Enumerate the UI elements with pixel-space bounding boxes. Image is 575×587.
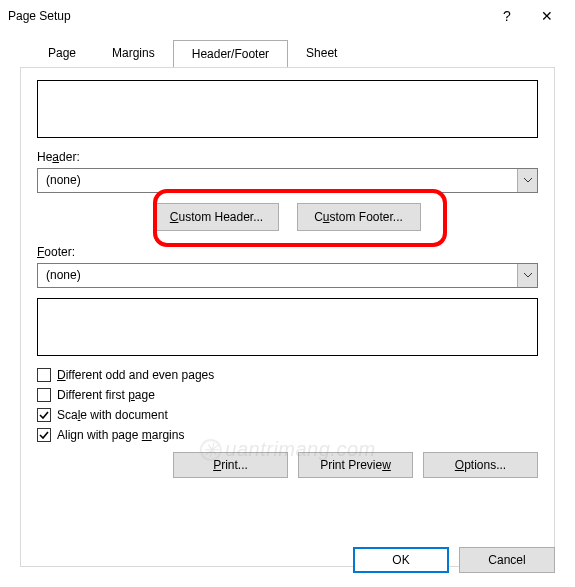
chevron-down-icon	[517, 169, 537, 192]
tab-strip: Page Margins Header/Footer Sheet	[30, 40, 555, 67]
options-button[interactable]: Options...	[423, 452, 538, 478]
custom-buttons-row: Custom Header... Custom Footer...	[31, 203, 544, 231]
ok-button[interactable]: OK	[353, 547, 449, 573]
action-buttons-row: Print... Print Preview Options...	[37, 452, 538, 478]
tab-page[interactable]: Page	[30, 40, 94, 67]
print-preview-button[interactable]: Print Preview	[298, 452, 413, 478]
label-scale-doc: Scale with document	[57, 408, 168, 422]
cancel-button[interactable]: Cancel	[459, 547, 555, 573]
tab-margins[interactable]: Margins	[94, 40, 173, 67]
footer-select-value: (none)	[38, 264, 517, 287]
footer-label: Footer:	[37, 245, 544, 259]
checkbox-align-margins[interactable]	[37, 428, 51, 442]
close-button[interactable]: ✕	[527, 8, 567, 24]
window-title: Page Setup	[8, 9, 487, 23]
custom-header-button[interactable]: Custom Header...	[155, 203, 279, 231]
header-select[interactable]: (none)	[37, 168, 538, 193]
dialog-footer: OK Cancel	[353, 547, 555, 573]
header-preview	[37, 80, 538, 138]
dialog-panel: Header: (none) Custom Header... Custom F…	[20, 67, 555, 567]
checkbox-scale-doc[interactable]	[37, 408, 51, 422]
checkbox-diff-odd-even[interactable]	[37, 368, 51, 382]
header-select-value: (none)	[38, 169, 517, 192]
tab-sheet[interactable]: Sheet	[288, 40, 355, 67]
footer-preview	[37, 298, 538, 356]
help-button[interactable]: ?	[487, 8, 527, 24]
label-diff-first: Different first page	[57, 388, 155, 402]
print-button[interactable]: Print...	[173, 452, 288, 478]
checkbox-group: Different odd and even pages Different f…	[37, 368, 544, 442]
title-bar: Page Setup ? ✕	[0, 0, 575, 32]
chevron-down-icon	[517, 264, 537, 287]
custom-footer-button[interactable]: Custom Footer...	[297, 203, 421, 231]
label-diff-odd-even: Different odd and even pages	[57, 368, 214, 382]
label-align-margins: Align with page margins	[57, 428, 184, 442]
header-label: Header:	[37, 150, 544, 164]
checkbox-diff-first[interactable]	[37, 388, 51, 402]
footer-select[interactable]: (none)	[37, 263, 538, 288]
tab-headerfooter[interactable]: Header/Footer	[173, 40, 288, 67]
